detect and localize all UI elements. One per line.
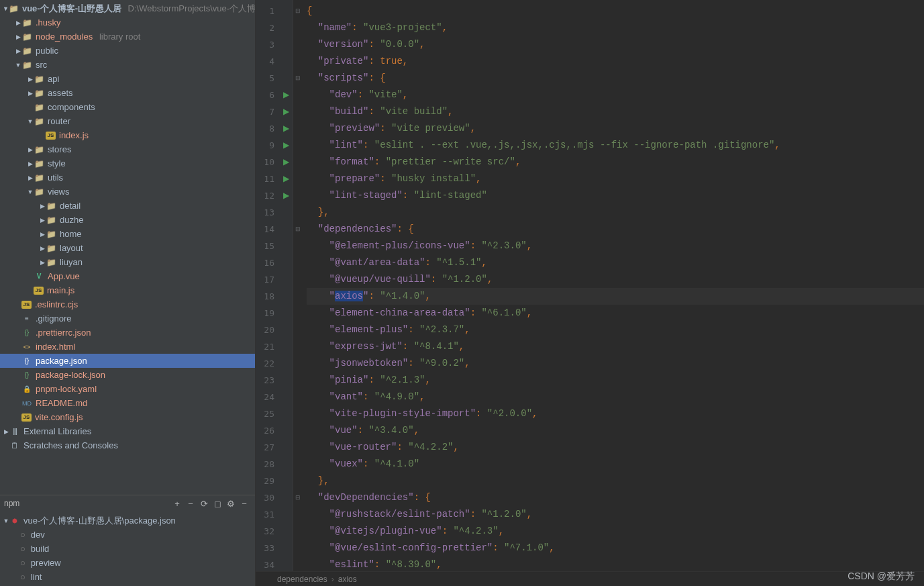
chevron-right-icon[interactable] <box>27 160 34 167</box>
tree-folder-components[interactable]: components <box>0 100 255 114</box>
tree-file-index-html[interactable]: index.html <box>0 340 255 354</box>
run-icon[interactable]: ▶ <box>283 191 289 200</box>
tree-file-app-vue[interactable]: App.vue <box>0 269 255 283</box>
tree-folder-liuyan[interactable]: liuyan <box>0 255 255 269</box>
folder-icon <box>34 173 44 183</box>
tree-file-eslintrc[interactable]: .eslintrc.cjs <box>0 297 255 311</box>
text-icon <box>21 313 32 324</box>
chevron-right-icon[interactable] <box>15 34 21 40</box>
tree-folder-detail[interactable]: detail <box>0 199 255 213</box>
breadcrumb[interactable]: dependencies › axios <box>256 571 924 586</box>
vue-icon <box>34 271 44 282</box>
npm-script-build[interactable]: ○build <box>0 542 255 556</box>
tree-folder-stores[interactable]: stores <box>0 142 255 156</box>
folder-icon <box>34 88 44 99</box>
tree-file-pnpm-lock[interactable]: pnpm-lock.yaml <box>0 382 255 396</box>
npm-icon: ⬢ <box>9 516 20 526</box>
run-gutter[interactable]: ▶▶▶▶▶▶▶ <box>280 0 293 571</box>
md-icon <box>21 398 32 409</box>
library-icon <box>9 426 20 437</box>
tree-folder-api[interactable]: api <box>0 72 255 86</box>
tree-folder-assets[interactable]: assets <box>0 86 255 100</box>
npm-script-preview[interactable]: ○preview <box>0 556 255 570</box>
chevron-down-icon[interactable] <box>27 189 34 195</box>
chevron-right-icon[interactable] <box>39 245 46 252</box>
chevron-right-icon[interactable] <box>39 217 46 224</box>
chevron-right-icon[interactable] <box>39 231 46 238</box>
collapse-icon[interactable]: − <box>238 497 251 510</box>
add-icon[interactable]: + <box>170 497 184 510</box>
run-icon[interactable]: ▶ <box>283 107 289 116</box>
code-content[interactable]: { "name": "vue3-project", "version": "0.… <box>303 0 924 571</box>
code-area[interactable]: 1234567891011121314151617181920212223242… <box>256 0 924 571</box>
tree-folder-duzhe[interactable]: duzhe <box>0 213 255 227</box>
folder-icon <box>34 74 44 85</box>
chevron-down-icon[interactable] <box>27 118 34 125</box>
tree-folder-router[interactable]: router <box>0 114 255 128</box>
gear-icon[interactable]: ⚙ <box>224 497 238 510</box>
chevron-right-icon[interactable] <box>3 428 9 435</box>
tree-folder-utils[interactable]: utils <box>0 170 255 185</box>
tree-folder-src[interactable]: src <box>0 58 255 72</box>
npm-panel: npm + − ⟳ ◻ ⚙ − ⬢vue-个人博客-山野愚人居\package.… <box>0 495 255 586</box>
chevron-right-icon[interactable] <box>27 146 34 153</box>
lock-icon <box>21 384 32 395</box>
folder-icon <box>21 46 32 56</box>
run-icon[interactable]: ▶ <box>283 90 289 99</box>
stop-icon[interactable]: ◻ <box>211 497 224 510</box>
scratches-consoles[interactable]: Scratches and Consoles <box>0 438 255 452</box>
root-name: vue-个人博客-山野愚人居 <box>22 3 121 13</box>
folder-icon <box>46 215 56 226</box>
folder-icon <box>9 3 19 14</box>
folder-icon <box>21 32 32 42</box>
tree-file-package-json[interactable]: package.json <box>0 354 255 368</box>
tree-file-readme[interactable]: README.md <box>0 396 255 410</box>
npm-script-dev[interactable]: ○dev <box>0 528 255 542</box>
folder-icon <box>46 229 56 240</box>
tree-file-package-lock[interactable]: package-lock.json <box>0 368 255 382</box>
project-root[interactable]: vue-个人博客-山野愚人居 D:\WebstormProjects\vue-个… <box>0 1 255 15</box>
root-path: D:\WebstormProjects\vue-个人博客 <box>128 3 255 13</box>
npm-script-lint[interactable]: ○lint <box>0 570 255 584</box>
json-icon <box>21 370 32 381</box>
tree-file-vite-config[interactable]: vite.config.js <box>0 410 255 424</box>
chevron-right-icon[interactable] <box>27 175 34 181</box>
npm-tree[interactable]: ⬢vue-个人博客-山野愚人居\package.json ○dev ○build… <box>0 511 255 586</box>
chevron-right-icon[interactable] <box>39 259 46 266</box>
chevron-right-icon[interactable] <box>27 76 34 83</box>
js-icon <box>34 287 44 295</box>
chevron-right-icon[interactable] <box>27 90 34 97</box>
tree-folder-husky[interactable]: .husky <box>0 15 255 30</box>
run-icon[interactable]: ▶ <box>283 124 289 133</box>
npm-file[interactable]: ⬢vue-个人博客-山野愚人居\package.json <box>0 514 255 528</box>
crumb-dependencies[interactable]: dependencies <box>273 575 331 584</box>
refresh-icon[interactable]: ⟳ <box>197 497 211 510</box>
external-libraries[interactable]: External Libraries <box>0 424 255 438</box>
tree-folder-public[interactable]: public <box>0 44 255 58</box>
tree-folder-views[interactable]: views <box>0 185 255 199</box>
tree-folder-node-modules[interactable]: node_modules library root <box>0 30 255 44</box>
tree-folder-layout[interactable]: layout <box>0 241 255 255</box>
editor: 1234567891011121314151617181920212223242… <box>256 0 924 586</box>
run-icon[interactable]: ▶ <box>283 140 289 150</box>
tree-file-index-js[interactable]: index.js <box>0 128 255 142</box>
project-tree[interactable]: vue-个人博客-山野愚人居 D:\WebstormProjects\vue-个… <box>0 0 255 495</box>
tree-folder-style[interactable]: style <box>0 156 255 170</box>
chevron-down-icon[interactable] <box>3 518 9 524</box>
remove-icon[interactable]: − <box>184 497 197 510</box>
chevron-right-icon[interactable] <box>15 19 21 26</box>
chevron-down-icon[interactable] <box>15 62 21 68</box>
chevron-right-icon[interactable] <box>39 203 46 209</box>
line-gutter[interactable]: 1234567891011121314151617181920212223242… <box>256 0 280 571</box>
js-icon <box>46 132 56 140</box>
run-icon[interactable]: ▶ <box>283 174 289 183</box>
crumb-axios[interactable]: axios <box>334 575 361 584</box>
tree-folder-home[interactable]: home <box>0 227 255 241</box>
run-icon[interactable]: ▶ <box>283 157 289 166</box>
chevron-right-icon[interactable] <box>15 48 21 54</box>
tree-file-prettierrc[interactable]: .prettierrc.json <box>0 326 255 340</box>
tree-file-gitignore[interactable]: .gitignore <box>0 311 255 326</box>
tree-file-main-js[interactable]: main.js <box>0 283 255 297</box>
chevron-down-icon[interactable] <box>3 5 9 12</box>
js-icon <box>21 301 32 309</box>
